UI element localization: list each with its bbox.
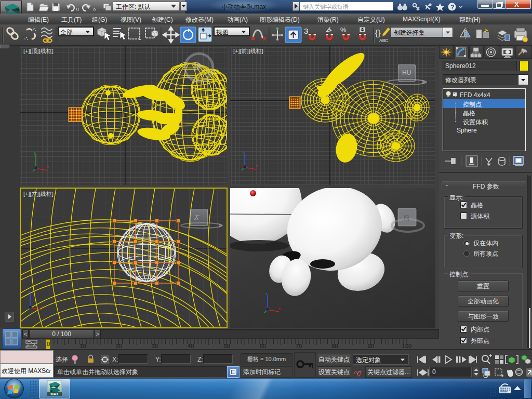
svg-text:80: 80 — [331, 343, 338, 349]
svg-text:前: 前 — [403, 214, 410, 221]
svg-text:y: y — [34, 151, 36, 155]
svg-text:10: 10 — [79, 343, 86, 349]
svg-text:z: z — [243, 150, 245, 154]
svg-text:30: 30 — [152, 343, 158, 349]
svg-text:{}: {} — [375, 29, 381, 37]
svg-text:ABC: ABC — [379, 38, 388, 43]
svg-text:x: x — [41, 304, 43, 309]
svg-text:x: x — [47, 165, 49, 169]
svg-text:50: 50 — [223, 343, 230, 349]
svg-text:z: z — [28, 290, 30, 294]
svg-text:3: 3 — [304, 26, 308, 35]
svg-text:%: % — [340, 26, 347, 34]
svg-text:40: 40 — [188, 343, 194, 349]
svg-text:100: 100 — [402, 343, 411, 349]
svg-text:70: 70 — [296, 343, 302, 349]
svg-text:z: z — [265, 292, 268, 296]
svg-text:x: x — [256, 164, 258, 168]
svg-text:MAX: MAX — [50, 392, 59, 396]
svg-text:?: ? — [450, 4, 454, 11]
svg-text:x: x — [278, 306, 281, 311]
svg-text:20: 20 — [115, 343, 122, 349]
svg-text:60: 60 — [260, 343, 266, 349]
svg-text:90: 90 — [368, 343, 374, 349]
